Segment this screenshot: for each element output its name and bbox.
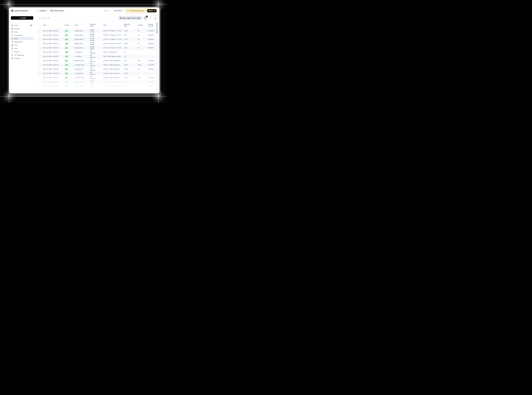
row-checkbox[interactable] (38, 68, 40, 70)
cell-process-time: 6.901 (123, 72, 137, 74)
project-selector[interactable]: AgentKit (38, 10, 48, 12)
row-checkbox[interactable] (38, 47, 40, 49)
connect-github-button[interactable]: Connect GitHub (49, 9, 65, 12)
row-checkbox[interactable] (38, 73, 40, 74)
table-row[interactable]: Nov 14, 2025 - 05:32:21 200 Google Sheet… (37, 42, 157, 46)
plus-icon (18, 17, 20, 19)
sidebar-item-label: Flows (14, 25, 18, 26)
table-row[interactable]: Nov 14, 2025 - 05:32:20 200 Google Sheet… (37, 46, 157, 50)
row-checkbox[interactable] (38, 77, 40, 79)
table-row[interactable]: Nov 13, 2025 - 05:39:19 200 Google Sheet… (37, 84, 157, 88)
cell-input: {"query":"Help me pack for (102, 64, 123, 66)
table-row[interactable]: Nov 13, 2025 - 05:39:19 200 Google Sheet… (37, 80, 157, 84)
cell-process-time: 1.827 (123, 47, 137, 49)
cell-trigger-node: Google Sheets (89, 84, 102, 88)
cell-trigger-node: Google Sheets (89, 42, 102, 45)
sidebar-item-settings[interactable]: Settings (10, 57, 34, 60)
sidebar-item-data[interactable]: Data (10, 30, 34, 33)
refresh-icon (150, 17, 151, 19)
deploy-button[interactable]: Deploy (147, 9, 157, 12)
cell-process-time: 5.7 (123, 55, 137, 57)
row-checkbox[interactable] (38, 81, 40, 83)
column-header-status[interactable]: Status (63, 24, 73, 26)
table-row[interactable]: Nov 13, 2025 - 14:20:31 200 1. Agentic R… (37, 76, 157, 80)
cell-trigger-node: API Request (89, 59, 102, 63)
api-docs-button[interactable]: API Docs (113, 9, 124, 12)
table-scrollbar-thumb[interactable] (157, 22, 157, 34)
cell-input: {"text":"i m a gud boi"} (102, 51, 123, 53)
table-row[interactable]: Nov 13, 2025 - 18:26:30 200 1. Assistant… (37, 54, 157, 59)
row-checkbox-cell (37, 77, 42, 79)
cell-input: {"mode":"text","instructions (102, 60, 123, 62)
row-checkbox[interactable] (38, 55, 40, 57)
cell-trigger-node: API Request (89, 55, 102, 58)
cell-trigger-node: Google Sheets (89, 33, 102, 37)
sidebar-item-deployments[interactable]: Deployments (10, 40, 34, 44)
sidebar-item-connections[interactable]: Connections (10, 34, 34, 37)
cell-date: Nov 13, 2025 - 14:20:49 (42, 68, 63, 70)
row-checkbox[interactable] (38, 43, 40, 44)
column-header-tokens[interactable]: Tokens (137, 24, 147, 26)
cell-date: Nov 14, 2025 - 05:32:24 (42, 30, 63, 32)
sidebar-item-logs[interactable]: Logs (10, 37, 34, 40)
sidebar-item-prompts[interactable]: Prompts (10, 27, 34, 30)
sidebar-item-flows[interactable]: Flows54 (10, 24, 34, 27)
table-row[interactable]: Nov 13, 2025 - 14:20:49 200 2B. Agentic … (37, 67, 157, 71)
cell-flow: Google Sheet … (73, 34, 89, 36)
row-checkbox-cell (37, 85, 42, 87)
column-header-trigger-node[interactable]: Trigger Node (89, 24, 102, 27)
table-row[interactable]: Nov 13, 2025 - 18:07:17 200 Generation A… (37, 59, 157, 63)
cell-flow: Google Sheet … (73, 43, 89, 44)
sidebar-item-tests[interactable]: Tests (10, 44, 34, 47)
cell-trigger-node: API Request (89, 50, 102, 54)
row-checkbox-cell (37, 68, 42, 70)
table-row[interactable]: Nov 13, 2025 - 14:20:38 200 2A. Agentic … (37, 71, 157, 76)
sidebar-item-jobs[interactable]: Jobs (10, 47, 34, 50)
sidebar-item-reports[interactable]: Reports (10, 50, 34, 53)
cell-input: {"S.No":"3","Name":"C","Pos (102, 89, 123, 91)
column-header-process-time[interactable]: Process Time (123, 24, 137, 27)
workspace-switcher[interactable]: Lamatic Showcase (9, 7, 35, 14)
row-checkbox[interactable] (38, 90, 40, 91)
table-row[interactable]: Nov 13, 2025 - 05:39:19 200 Google Sheet… (37, 88, 157, 93)
column-header-input[interactable]: Input (102, 24, 123, 26)
search-logs-input[interactable] (41, 17, 115, 19)
desktop-background: Lamatic Showcase Create Flows54 Prompts (0, 0, 167, 103)
cell-status: 200 (63, 47, 73, 49)
table-row[interactable]: Nov 14, 2025 - 05:32:24 200 Google Sheet… (37, 29, 157, 33)
row-checkbox[interactable] (38, 34, 40, 36)
row-checkbox[interactable] (38, 30, 40, 32)
table-row[interactable]: Nov 14, 2025 - 05:32:21 200 Google Sheet… (37, 37, 157, 42)
refresh-button[interactable] (149, 16, 152, 20)
table-row[interactable]: Nov 13, 2025 - 18:27:51 200 1. Assistant… (37, 50, 157, 54)
row-checkbox[interactable] (38, 64, 40, 66)
select-all-checkbox[interactable] (38, 24, 40, 26)
help-circle-icon (104, 10, 106, 12)
sidebar-item-api-playground[interactable]: API Playground (10, 53, 34, 57)
row-checkbox[interactable] (38, 38, 40, 40)
row-checkbox[interactable] (38, 51, 40, 53)
cell-flow: 2A. Agentic R… (73, 72, 89, 74)
cell-flow: Google Sheet … (73, 38, 89, 40)
cell-tokens-cost: 0.014800 (147, 64, 157, 66)
help-menu[interactable]: Help (104, 10, 111, 12)
row-checkbox[interactable] (38, 60, 40, 62)
pending-deployments-dropdown[interactable]: Pending Deployments Deploy (126, 9, 157, 13)
date-range-button[interactable]: Sep 1, 2025 - Nov 14, 2025 (118, 16, 142, 20)
filter-button[interactable]: 1 (143, 16, 147, 20)
column-header-date[interactable]: Date (42, 24, 63, 26)
column-header-tokens-cost-[interactable]: Tokens Cost ($) (147, 24, 157, 27)
cell-tokens: 22 (137, 43, 147, 44)
table-row[interactable]: Nov 13, 2025 - 14:21:10 200 3. Agentic R… (37, 63, 157, 67)
database-icon (11, 31, 13, 33)
column-header-flow[interactable]: Flow (73, 24, 89, 26)
row-checkbox[interactable] (38, 85, 40, 87)
download-button[interactable] (154, 16, 157, 20)
table-scrollbar[interactable] (157, 22, 157, 93)
table-row[interactable]: Nov 14, 2025 - 05:32:23 200 Google Sheet… (37, 33, 157, 37)
status-badge: 200 (64, 34, 69, 36)
cell-tokens: 21 (137, 68, 147, 70)
create-button[interactable]: Create (11, 16, 33, 20)
cell-process-time: 0.85 (123, 34, 137, 36)
chevrons-up-down-icon (47, 10, 48, 11)
